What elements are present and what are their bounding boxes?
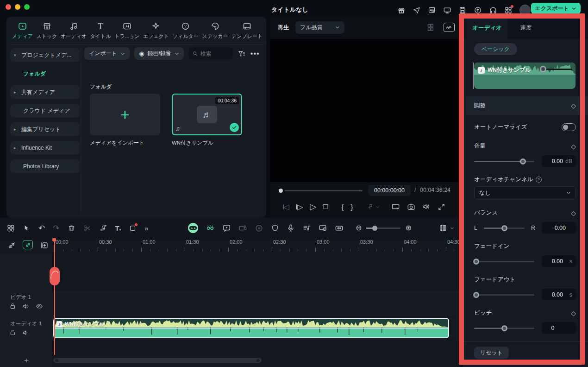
balance-value-box[interactable]: 0.00 <box>542 222 576 234</box>
delete-icon[interactable] <box>68 224 75 232</box>
lock-track-icon[interactable] <box>9 329 16 336</box>
tab-media[interactable]: メディア <box>11 20 34 42</box>
timeline-ruler[interactable]: 00:0000:3001:0001:3002:0002:3003:0003:30… <box>52 238 460 253</box>
tab-stock[interactable]: ストック <box>36 20 58 42</box>
media-browser-icon[interactable] <box>6 224 15 232</box>
pitch-value-box[interactable]: 0 <box>542 322 576 334</box>
send-feedback-icon[interactable] <box>413 6 421 14</box>
ai-copilot-icon[interactable] <box>188 223 198 233</box>
fade-out-slider[interactable] <box>474 291 534 298</box>
stop-button[interactable]: □ <box>323 202 328 211</box>
render-preview-icon[interactable] <box>319 224 327 233</box>
ai-mask-icon[interactable] <box>206 223 215 233</box>
tab-stickers[interactable]: ステッカー <box>201 20 229 42</box>
track-height-icon[interactable] <box>439 224 447 232</box>
adjust-section-header[interactable]: 調整 ◇ <box>463 96 588 115</box>
close-button[interactable] <box>6 4 11 10</box>
redo-icon[interactable]: ↷ <box>53 224 59 232</box>
audio-clip-tile[interactable]: 00:04:36 ♬ ♫ WN付きサンプル <box>172 94 242 146</box>
audio-channel-dropdown[interactable]: なし <box>474 186 576 199</box>
audio-clip-thumbnail[interactable]: ♪WN付きサンプル <box>474 63 575 89</box>
more-options-icon[interactable]: ••• <box>250 50 260 58</box>
voiceover-mic-icon[interactable] <box>287 224 295 232</box>
next-frame-button[interactable]: ▷ <box>296 202 303 211</box>
chevron-down-icon[interactable] <box>450 226 454 230</box>
audio-beat-icon[interactable] <box>99 224 107 232</box>
undo-icon[interactable]: ↶ <box>38 224 45 232</box>
sidebar-item-photos-library[interactable]: Photos Library <box>10 159 80 173</box>
fade-in-slider[interactable] <box>474 258 534 265</box>
previous-frame-button[interactable]: ◁ <box>283 202 289 211</box>
multi-view-icon[interactable] <box>427 23 436 32</box>
snapshot-button[interactable] <box>407 202 415 211</box>
seek-track[interactable] <box>285 190 363 191</box>
fit-timeline-icon[interactable] <box>335 224 344 233</box>
volume-envelope-line[interactable] <box>54 328 448 329</box>
video-viewport[interactable] <box>270 39 458 182</box>
mute-track-icon[interactable] <box>22 303 30 310</box>
unlink-clips-icon[interactable] <box>6 240 17 250</box>
keyframe-diamond-icon[interactable]: ◇ <box>571 209 576 217</box>
play-button[interactable]: ▷ <box>310 202 316 212</box>
pitch-slider[interactable] <box>474 325 534 331</box>
quality-dropdown[interactable]: フル品質 <box>295 21 344 34</box>
add-text-icon[interactable]: T▾ <box>115 224 121 232</box>
tab-audio[interactable]: オーディオ <box>60 20 88 42</box>
mark-in-button[interactable]: { <box>341 203 344 211</box>
headphones-icon[interactable] <box>489 6 497 14</box>
keyframe-diamond-icon[interactable]: ◇ <box>571 102 576 109</box>
auto-normalize-toggle[interactable] <box>562 123 576 131</box>
playhead[interactable] <box>54 238 55 355</box>
sidebar-item-edit-presets[interactable]: ▸編集プリセット <box>10 122 80 136</box>
sidebar-item-cloud-media[interactable]: クラウド メディア <box>10 104 80 118</box>
volume-value-box[interactable]: 0.00dB <box>542 155 576 167</box>
fullscreen-preview-button[interactable] <box>438 203 445 211</box>
preview-render-icon[interactable] <box>255 224 263 233</box>
search-input[interactable] <box>200 51 224 57</box>
hide-track-icon[interactable] <box>36 303 43 310</box>
tab-filters[interactable]: フィルター <box>172 20 200 42</box>
help-icon[interactable]: ? <box>536 177 542 183</box>
tab-title[interactable]: Tタイトル <box>89 20 112 42</box>
import-media-tile[interactable]: + メディアをインポート <box>90 94 160 146</box>
project-history-icon[interactable] <box>428 6 436 14</box>
volume-slider[interactable] <box>474 158 534 165</box>
mute-button[interactable] <box>422 202 431 211</box>
sidebar-item-shared-media[interactable]: ▸共有メディア <box>10 85 80 99</box>
mute-track-icon[interactable] <box>22 329 30 336</box>
keyframe-diamond-icon[interactable]: ◇ <box>571 143 576 150</box>
search-box[interactable] <box>188 47 233 60</box>
tab-audio-settings[interactable]: オーディオ <box>467 17 507 39</box>
zoom-out-icon[interactable]: ⊖ <box>356 224 362 232</box>
import-dropdown[interactable]: インポート <box>84 47 130 60</box>
horizontal-scrollbar[interactable] <box>53 358 262 363</box>
cloud-upload-icon[interactable] <box>474 6 482 14</box>
lock-track-icon[interactable] <box>9 303 16 310</box>
sidebar-item-project-media[interactable]: ▾プロジェクトメデ... <box>10 48 80 62</box>
reset-button[interactable]: リセット <box>474 347 509 359</box>
copyright-shield-icon[interactable] <box>271 224 279 232</box>
zoom-in-icon[interactable]: ⊕ <box>405 224 411 232</box>
filter-icon[interactable] <box>238 50 246 58</box>
keyframe-diamond-icon[interactable]: ◇ <box>571 310 576 317</box>
playhead-top-marker[interactable] <box>52 238 56 241</box>
sidebar-item-folder[interactable]: フォルダ <box>10 67 80 81</box>
mark-out-button[interactable]: } <box>350 203 353 211</box>
record-screen-icon[interactable] <box>238 224 247 233</box>
add-track-button[interactable]: + <box>24 356 29 365</box>
record-dropdown[interactable]: ◉録画/録音 <box>134 47 184 60</box>
minimize-button[interactable] <box>15 4 20 10</box>
captions-icon[interactable] <box>222 224 231 233</box>
tab-transition[interactable]: トラ...ョン <box>113 20 140 42</box>
auto-ripple-icon[interactable] <box>39 240 49 250</box>
timeline-zoom-slider[interactable] <box>366 225 400 231</box>
save-icon[interactable] <box>458 6 467 14</box>
link-clips-icon[interactable] <box>23 240 33 249</box>
video-scopes-icon[interactable] <box>444 23 455 32</box>
avatar[interactable] <box>519 5 531 16</box>
workspace-layout-icon[interactable] <box>504 6 513 14</box>
fullscreen-button[interactable] <box>24 4 30 10</box>
tab-templates[interactable]: テンプレート <box>231 20 263 42</box>
gift-icon[interactable] <box>397 6 406 14</box>
basic-chip[interactable]: ベーシック <box>474 43 517 55</box>
